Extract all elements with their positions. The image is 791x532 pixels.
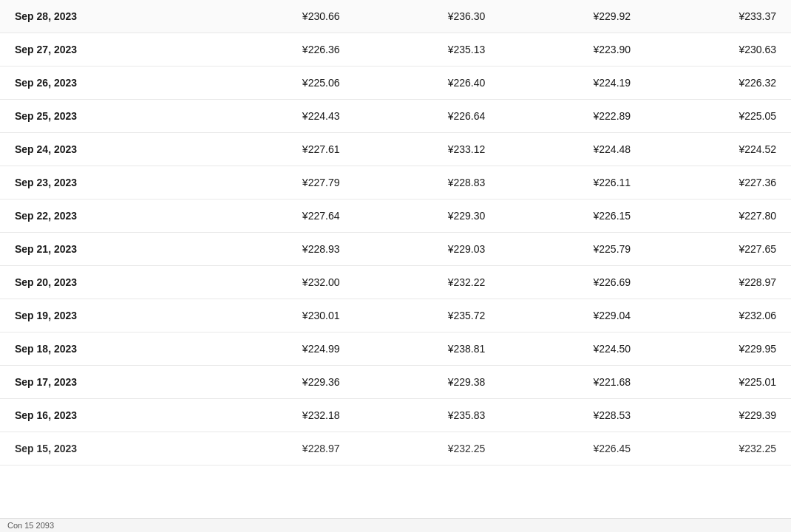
close-cell: ¥226.32: [645, 66, 791, 100]
close-cell: ¥225.01: [645, 366, 791, 399]
high-cell: ¥229.30: [354, 200, 500, 233]
table-row: Sep 21, 2023¥228.93¥229.03¥225.79¥227.65: [0, 233, 791, 266]
low-cell: ¥222.89: [500, 100, 645, 133]
close-cell: ¥229.95: [645, 332, 791, 366]
close-cell: ¥228.97: [645, 266, 791, 299]
table-row: Sep 20, 2023¥232.00¥232.22¥226.69¥228.97: [0, 266, 791, 299]
date-cell: Sep 19, 2023: [0, 299, 209, 332]
high-cell: ¥236.30: [354, 0, 500, 33]
low-cell: ¥224.50: [500, 332, 645, 366]
open-cell: ¥228.93: [209, 233, 355, 266]
close-cell: ¥232.06: [645, 299, 791, 332]
open-cell: ¥228.97: [209, 432, 355, 466]
low-cell: ¥221.68: [500, 366, 645, 399]
table-row: Sep 22, 2023¥227.64¥229.30¥226.15¥227.80: [0, 200, 791, 233]
open-cell: ¥230.66: [209, 0, 355, 33]
low-cell: ¥226.15: [500, 200, 645, 233]
date-cell: Sep 16, 2023: [0, 399, 209, 432]
high-cell: ¥229.03: [354, 233, 500, 266]
historical-data-table: Sep 28, 2023¥230.66¥236.30¥229.92¥233.37…: [0, 0, 791, 466]
date-cell: Sep 25, 2023: [0, 100, 209, 133]
table-row: Sep 28, 2023¥230.66¥236.30¥229.92¥233.37: [0, 0, 791, 33]
open-cell: ¥227.61: [209, 133, 355, 166]
high-cell: ¥235.13: [354, 33, 500, 66]
open-cell: ¥230.01: [209, 299, 355, 332]
high-cell: ¥229.38: [354, 366, 500, 399]
table-row: Sep 19, 2023¥230.01¥235.72¥229.04¥232.06: [0, 299, 791, 332]
low-cell: ¥226.11: [500, 166, 645, 200]
open-cell: ¥227.79: [209, 166, 355, 200]
date-cell: Sep 24, 2023: [0, 133, 209, 166]
date-cell: Sep 18, 2023: [0, 332, 209, 366]
table-row: Sep 23, 2023¥227.79¥228.83¥226.11¥227.36: [0, 166, 791, 200]
open-cell: ¥224.99: [209, 332, 355, 366]
table-row: Sep 18, 2023¥224.99¥238.81¥224.50¥229.95: [0, 332, 791, 366]
date-cell: Sep 27, 2023: [0, 33, 209, 66]
table-row: Sep 25, 2023¥224.43¥226.64¥222.89¥225.05: [0, 100, 791, 133]
low-cell: ¥225.79: [500, 233, 645, 266]
open-cell: ¥229.36: [209, 366, 355, 399]
table-row: Sep 15, 2023¥228.97¥232.25¥226.45¥232.25: [0, 432, 791, 466]
low-cell: ¥223.90: [500, 33, 645, 66]
high-cell: ¥232.22: [354, 266, 500, 299]
close-cell: ¥225.05: [645, 100, 791, 133]
close-cell: ¥224.52: [645, 133, 791, 166]
close-cell: ¥227.80: [645, 200, 791, 233]
date-cell: Sep 23, 2023: [0, 166, 209, 200]
open-cell: ¥226.36: [209, 33, 355, 66]
high-cell: ¥233.12: [354, 133, 500, 166]
date-cell: Sep 20, 2023: [0, 266, 209, 299]
close-cell: ¥229.39: [645, 399, 791, 432]
high-cell: ¥232.25: [354, 432, 500, 466]
date-cell: Sep 21, 2023: [0, 233, 209, 266]
close-cell: ¥227.36: [645, 166, 791, 200]
date-cell: Sep 28, 2023: [0, 0, 209, 33]
open-cell: ¥225.06: [209, 66, 355, 100]
low-cell: ¥229.04: [500, 299, 645, 332]
open-cell: ¥227.64: [209, 200, 355, 233]
low-cell: ¥228.53: [500, 399, 645, 432]
close-cell: ¥232.25: [645, 432, 791, 466]
price-table: Sep 28, 2023¥230.66¥236.30¥229.92¥233.37…: [0, 0, 791, 466]
table-row: Sep 17, 2023¥229.36¥229.38¥221.68¥225.01: [0, 366, 791, 399]
date-cell: Sep 22, 2023: [0, 200, 209, 233]
low-cell: ¥226.45: [500, 432, 645, 466]
table-row: Sep 26, 2023¥225.06¥226.40¥224.19¥226.32: [0, 66, 791, 100]
low-cell: ¥226.69: [500, 266, 645, 299]
date-cell: Sep 26, 2023: [0, 66, 209, 100]
open-cell: ¥232.00: [209, 266, 355, 299]
close-cell: ¥233.37: [645, 0, 791, 33]
high-cell: ¥235.83: [354, 399, 500, 432]
table-row: Sep 27, 2023¥226.36¥235.13¥223.90¥230.63: [0, 33, 791, 66]
high-cell: ¥228.83: [354, 166, 500, 200]
open-cell: ¥232.18: [209, 399, 355, 432]
table-row: Sep 16, 2023¥232.18¥235.83¥228.53¥229.39: [0, 399, 791, 432]
high-cell: ¥226.40: [354, 66, 500, 100]
low-cell: ¥229.92: [500, 0, 645, 33]
date-cell: Sep 17, 2023: [0, 366, 209, 399]
table-row: Sep 24, 2023¥227.61¥233.12¥224.48¥224.52: [0, 133, 791, 166]
date-cell: Sep 15, 2023: [0, 432, 209, 466]
high-cell: ¥238.81: [354, 332, 500, 366]
close-cell: ¥230.63: [645, 33, 791, 66]
low-cell: ¥224.48: [500, 133, 645, 166]
high-cell: ¥226.64: [354, 100, 500, 133]
open-cell: ¥224.43: [209, 100, 355, 133]
low-cell: ¥224.19: [500, 66, 645, 100]
high-cell: ¥235.72: [354, 299, 500, 332]
close-cell: ¥227.65: [645, 233, 791, 266]
